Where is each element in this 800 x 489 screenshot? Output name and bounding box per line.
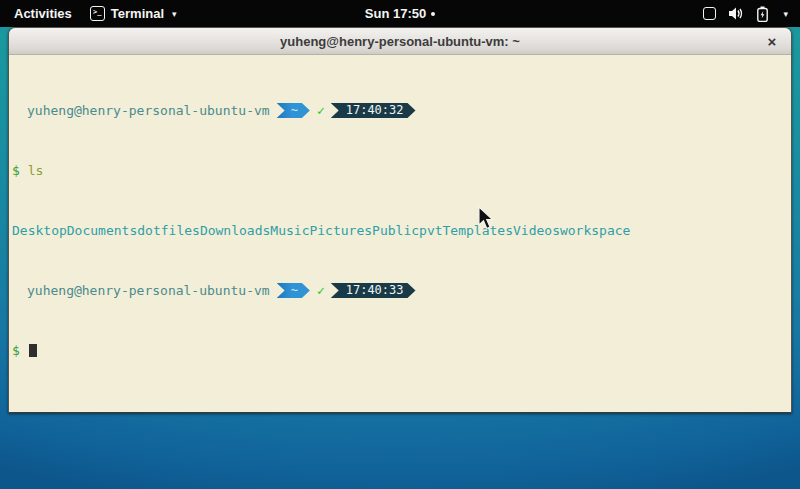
prompt-line-2: yuheng@henry-personal-ubuntu-vm ~ ✓ 17:4…: [12, 283, 788, 298]
prompt-path-segment: ~: [277, 103, 310, 118]
prompt-line-1: yuheng@henry-personal-ubuntu-vm ~ ✓ 17:4…: [12, 103, 788, 118]
prompt-time-segment: 17:40:33: [331, 283, 416, 298]
window-title: yuheng@henry-personal-ubuntu-vm: ~: [9, 34, 791, 49]
ls-entry: Videos: [513, 223, 560, 238]
chevron-down-icon: ▾: [783, 9, 788, 19]
command-line: $ ls: [12, 163, 788, 178]
chevron-down-icon: ▾: [172, 9, 177, 19]
prompt-dollar: $: [12, 163, 20, 178]
app-menu-label: Terminal: [111, 6, 164, 21]
top-bar: Activities >_ Terminal ▾ Sun 17:50: [0, 0, 800, 27]
desktop: { "top_bar": { "activities_label": "Acti…: [0, 0, 800, 489]
clock[interactable]: Sun 17:50: [365, 6, 426, 21]
prompt-user-host: yuheng@henry-personal-ubuntu-vm: [27, 103, 270, 118]
app-menu-terminal[interactable]: >_ Terminal ▾: [90, 6, 177, 21]
ls-entry: Downloads: [200, 223, 270, 238]
close-button[interactable]: ×: [762, 28, 782, 55]
system-status-area[interactable]: ▾: [703, 6, 800, 22]
terminal-content[interactable]: yuheng@henry-personal-ubuntu-vm ~ ✓ 17:4…: [9, 55, 791, 412]
prompt-user-host: yuheng@henry-personal-ubuntu-vm: [27, 283, 270, 298]
prompt-dollar: $: [12, 343, 20, 358]
check-icon: ✓: [317, 103, 325, 118]
activities-button[interactable]: Activities: [10, 6, 76, 21]
typed-command: ls: [28, 163, 44, 178]
ls-entry: dotfiles: [137, 223, 200, 238]
mouse-cursor: [478, 206, 498, 233]
window-titlebar[interactable]: yuheng@henry-personal-ubuntu-vm: ~ ×: [9, 28, 791, 55]
ls-entry: pvt: [419, 223, 442, 238]
prompt-path-segment: ~: [277, 283, 310, 298]
ls-entry: Public: [372, 223, 419, 238]
text-cursor: [29, 344, 37, 357]
check-icon: ✓: [317, 283, 325, 298]
terminal-icon: >_: [90, 6, 105, 21]
terminal-window: yuheng@henry-personal-ubuntu-vm: ~ × yuh…: [8, 27, 792, 413]
ls-entry: workspace: [560, 223, 630, 238]
ls-entry: Pictures: [309, 223, 372, 238]
input-line[interactable]: $: [12, 343, 788, 358]
battery-charging-icon: [757, 6, 768, 22]
ls-entry: Documents: [67, 223, 137, 238]
ls-entry: Music: [270, 223, 309, 238]
ls-entry: Desktop: [12, 223, 67, 238]
volume-icon: [729, 7, 744, 20]
ls-output-line: Desktop Documents dotfiles Downloads Mus…: [12, 223, 788, 238]
display-icon: [703, 7, 716, 20]
top-bar-left: Activities >_ Terminal ▾: [0, 6, 177, 21]
prompt-time-segment: 17:40:32: [331, 103, 416, 118]
notification-dot-icon: [431, 12, 435, 16]
